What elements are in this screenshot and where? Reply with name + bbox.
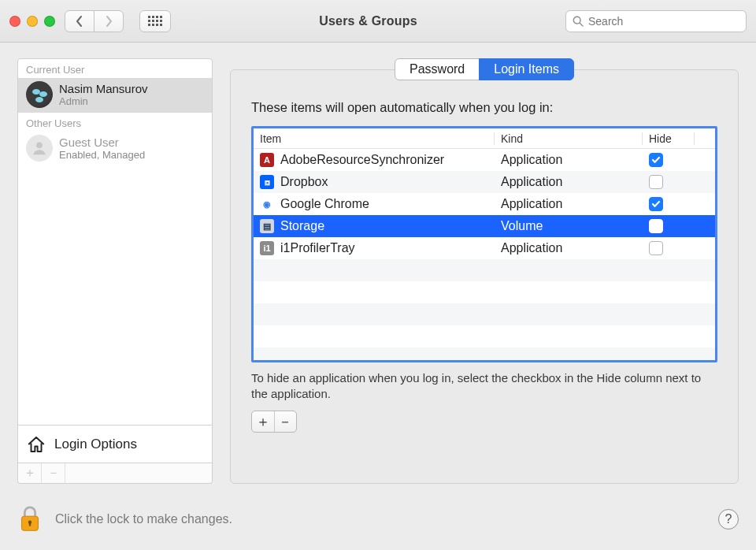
nav-buttons <box>65 10 124 32</box>
table-row[interactable]: i1i1ProfilerTrayApplication <box>254 237 715 259</box>
user-row-current[interactable]: Nasim Mansurov Admin <box>18 78 212 113</box>
svg-rect-11 <box>160 24 162 26</box>
panel-intro: These items will open automatically when… <box>251 100 717 115</box>
table-header: Item Kind Hide <box>254 128 715 149</box>
svg-rect-5 <box>152 20 154 22</box>
item-name: Dropbox <box>280 175 328 189</box>
item-name: AdobeResourceSynchronizer <box>280 153 444 167</box>
item-name: Storage <box>280 219 324 233</box>
section-other-users: Other Users <box>18 113 212 132</box>
svg-rect-2 <box>156 16 158 18</box>
add-login-item-button[interactable]: ＋ <box>252 411 275 432</box>
item-name: Google Chrome <box>280 197 369 211</box>
search-icon <box>573 16 584 27</box>
svg-rect-4 <box>148 20 150 22</box>
window-title: Users & Groups <box>180 14 556 28</box>
show-all-prefs-button[interactable] <box>139 10 171 32</box>
section-current-user: Current User <box>18 59 212 78</box>
svg-point-14 <box>36 142 43 148</box>
remove-user-button[interactable]: － <box>42 463 65 483</box>
footer: Click the lock to make changes. ? <box>17 500 739 539</box>
svg-rect-10 <box>156 24 158 26</box>
login-options-label: Login Options <box>54 437 137 452</box>
search-input[interactable] <box>588 15 739 28</box>
user-role: Admin <box>59 95 148 107</box>
svg-rect-0 <box>148 16 150 18</box>
table-row[interactable]: ◉Google ChromeApplication <box>254 193 715 215</box>
svg-line-13 <box>580 23 583 26</box>
tab-login-items[interactable]: Login Items <box>479 58 574 80</box>
login-options-button[interactable]: Login Options <box>17 426 213 463</box>
app-icon: ◉ <box>260 197 274 211</box>
add-user-button[interactable]: ＋ <box>18 463 42 483</box>
col-item[interactable]: Item <box>254 132 495 145</box>
panel-hint: To hide an application when you log in, … <box>251 370 717 403</box>
hide-checkbox[interactable] <box>649 153 663 167</box>
tab-password[interactable]: Password <box>395 58 480 80</box>
help-button[interactable]: ? <box>718 509 739 530</box>
login-items-table: Item Kind Hide AAdobeResourceSynchronize… <box>251 126 717 362</box>
login-items-panel: These items will open automatically when… <box>230 69 739 484</box>
user-sidebar: Current User Nasim Mansurov Admin Other … <box>17 58 213 484</box>
lock-hint: Click the lock to make changes. <box>55 512 232 526</box>
item-kind: Application <box>495 241 643 255</box>
svg-rect-8 <box>148 24 150 26</box>
search-field[interactable] <box>565 10 747 32</box>
svg-rect-1 <box>152 16 154 18</box>
user-name: Nasim Mansurov <box>59 82 148 95</box>
hide-checkbox[interactable] <box>649 219 663 233</box>
avatar <box>26 81 53 108</box>
login-items-add-remove: ＋ － <box>251 411 297 433</box>
item-kind: Application <box>495 153 643 167</box>
table-row[interactable]: ⧈DropboxApplication <box>254 171 715 193</box>
item-kind: Application <box>495 175 643 189</box>
back-button[interactable] <box>65 10 94 32</box>
minus-icon: － <box>278 412 292 431</box>
user-row-guest[interactable]: Guest User Enabled, Managed <box>18 132 212 166</box>
sidebar-add-remove: ＋ － <box>17 463 213 484</box>
table-row[interactable]: ▤StorageVolume <box>254 215 715 237</box>
item-name: i1ProfilerTray <box>280 241 355 255</box>
col-hide[interactable]: Hide <box>643 132 695 145</box>
remove-login-item-button[interactable]: － <box>275 411 297 432</box>
app-icon: i1 <box>260 241 274 255</box>
svg-rect-3 <box>160 16 162 18</box>
svg-rect-18 <box>29 522 31 526</box>
lock-icon[interactable] <box>17 504 43 534</box>
user-name: Guest User <box>59 136 145 149</box>
minimize-window-button[interactable] <box>27 16 38 27</box>
avatar-guest-icon <box>26 135 53 162</box>
col-kind[interactable]: Kind <box>495 132 643 145</box>
app-icon: ▤ <box>260 219 274 233</box>
app-icon: A <box>260 153 274 167</box>
window-controls <box>9 16 55 27</box>
hide-checkbox[interactable] <box>649 197 663 211</box>
svg-rect-7 <box>160 20 162 22</box>
house-icon <box>26 434 46 455</box>
plus-icon: ＋ <box>256 412 270 431</box>
user-role: Enabled, Managed <box>59 149 145 161</box>
hide-checkbox[interactable] <box>649 175 663 189</box>
item-kind: Volume <box>495 219 643 233</box>
tab-bar: Password Login Items <box>395 58 574 80</box>
svg-rect-9 <box>152 24 154 26</box>
close-window-button[interactable] <box>9 16 20 27</box>
svg-rect-6 <box>156 20 158 22</box>
hide-checkbox[interactable] <box>649 241 663 255</box>
app-icon: ⧈ <box>260 175 274 189</box>
forward-button[interactable] <box>94 10 124 32</box>
item-kind: Application <box>495 197 643 211</box>
zoom-window-button[interactable] <box>44 16 55 27</box>
titlebar: Users & Groups <box>0 0 756 43</box>
table-row[interactable]: AAdobeResourceSynchronizerApplication <box>254 149 715 171</box>
